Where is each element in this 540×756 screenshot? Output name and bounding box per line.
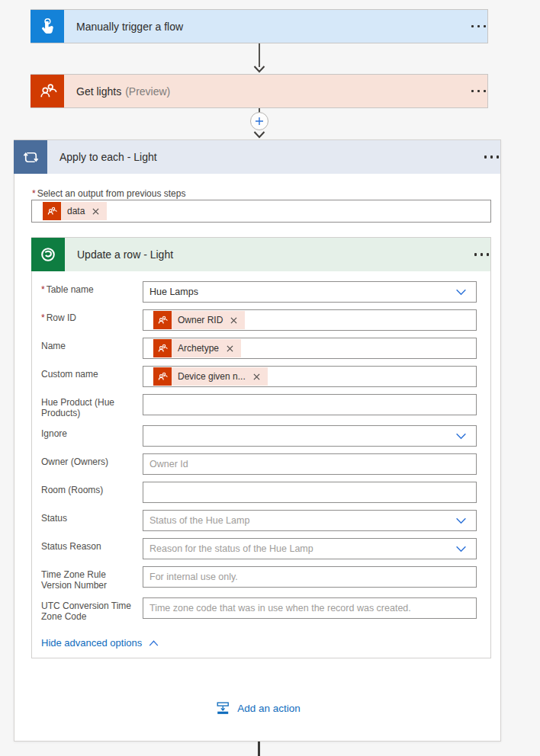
update-row-card: Update a row - Light *Table nameHue Lamp… (31, 237, 491, 658)
form-row: StatusStatus of the Hue Lamp (41, 510, 477, 531)
field-label: Hue Product (Hue Products) (41, 394, 143, 418)
ellipsis-menu-icon[interactable] (473, 248, 479, 261)
ellipsis-menu-icon[interactable] (470, 21, 476, 33)
field-placeholder: Owner Id (149, 459, 188, 469)
field-label: UTC Conversion Time Zone Code (41, 597, 143, 622)
select-output-input[interactable]: data (31, 200, 491, 223)
token-label: data (67, 206, 85, 216)
add-action-label: Add an action (237, 703, 301, 714)
dataverse-icon (31, 238, 65, 271)
dynamic-content-token: Archetype (153, 339, 241, 357)
token-label: Owner RID (178, 315, 223, 325)
chevron-down-icon[interactable] (454, 287, 468, 297)
field-label: Status Reason (41, 538, 143, 559)
insert-step-plus-icon[interactable] (250, 112, 268, 130)
connector-people-icon (153, 339, 172, 357)
required-asterisk: * (41, 312, 45, 323)
field-label: Ignore (41, 425, 143, 447)
dynamic-content-token: data (43, 202, 107, 220)
form-row: UTC Conversion Time Zone CodeTime zone c… (41, 597, 477, 622)
form-row: Hue Product (Hue Products) (41, 394, 477, 418)
get-lights-card-title: Get lights(Preview) (76, 85, 170, 98)
connector-people-icon (43, 202, 61, 220)
chevron-down-icon[interactable] (455, 289, 467, 296)
add-action-icon (214, 700, 230, 716)
dropdown-field[interactable]: Hue Lamps (143, 281, 477, 303)
field-placeholder: For internal use only. (149, 572, 238, 582)
field-label: Room (Rooms) (41, 482, 143, 503)
form-row: Custom nameDevice given n... (41, 366, 477, 387)
select-output-label: *Select an output from previous steps (32, 188, 185, 199)
token-label: Archetype (178, 343, 219, 354)
add-action-button[interactable]: Add an action (214, 700, 301, 716)
text-field[interactable]: Time zone code that was in use when the … (143, 597, 477, 619)
form-row: Ignore (41, 425, 477, 447)
trigger-card[interactable]: Manually trigger a flow (31, 9, 488, 43)
connector-people-icon (153, 367, 172, 386)
field-label: Custom name (41, 366, 143, 387)
apply-to-each-loop-icon (14, 140, 47, 174)
field-label: Owner (Owners) (41, 453, 143, 475)
text-field[interactable]: Owner Id (143, 453, 477, 475)
field-placeholder: Reason for the status of the Hue Lamp (149, 543, 313, 554)
dropdown-field[interactable]: Status of the Hue Lamp (143, 510, 477, 531)
field-value: Hue Lamps (149, 287, 198, 297)
field-label: *Row ID (41, 309, 143, 331)
text-field[interactable] (143, 482, 477, 503)
field-label: Status (41, 510, 143, 531)
remove-token-icon[interactable] (91, 207, 101, 216)
trigger-card-title: Manually trigger a flow (76, 21, 183, 33)
arrow-down-icon (253, 131, 265, 139)
token-field[interactable]: Owner RID (143, 309, 477, 331)
apply-to-each-header[interactable]: Apply to each - Light (14, 140, 500, 174)
chevron-down-icon[interactable] (455, 433, 467, 440)
hide-advanced-label: Hide advanced options (41, 637, 142, 649)
form-row: Owner (Owners)Owner Id (41, 453, 477, 475)
chevron-down-icon[interactable] (454, 431, 468, 441)
chevron-down-icon[interactable] (454, 544, 468, 554)
remove-token-icon[interactable] (229, 316, 239, 325)
token-field[interactable]: Device given n... (143, 366, 477, 387)
dropdown-field[interactable]: Reason for the status of the Hue Lamp (143, 538, 477, 559)
flow-designer-canvas: Manually trigger a flow Get lights(Previ… (0, 0, 540, 756)
apply-to-each-title: Apply to each - Light (59, 151, 157, 163)
field-label: *Table name (41, 281, 143, 303)
ellipsis-menu-icon[interactable] (483, 151, 489, 163)
field-label: Time Zone Rule Version Number (41, 566, 143, 591)
update-row-form: *Table nameHue Lamps*Row IDOwner RIDName… (32, 271, 490, 649)
token-field[interactable]: Archetype (143, 338, 477, 359)
connector-people-icon (31, 75, 64, 107)
connector-line (259, 43, 260, 67)
field-placeholder: Time zone code that was in use when the … (149, 603, 411, 613)
connector-line (258, 742, 260, 756)
required-asterisk: * (32, 188, 36, 199)
preview-badge: (Preview) (125, 85, 170, 98)
text-field[interactable]: For internal use only. (143, 566, 477, 588)
get-lights-title-text: Get lights (76, 85, 121, 98)
hide-advanced-options-link[interactable]: Hide advanced options (41, 637, 159, 649)
ellipsis-menu-icon[interactable] (470, 85, 476, 98)
remove-token-icon[interactable] (225, 344, 235, 354)
form-row: NameArchetype (41, 338, 477, 359)
chevron-down-icon[interactable] (455, 517, 467, 524)
chevron-down-icon[interactable] (454, 516, 468, 526)
dynamic-content-token: Device given n... (153, 367, 268, 386)
form-row: Room (Rooms) (41, 482, 477, 503)
arrow-down-icon (253, 66, 265, 73)
get-lights-card[interactable]: Get lights(Preview) (31, 74, 488, 108)
form-row: Time Zone Rule Version NumberFor interna… (41, 566, 477, 591)
text-field[interactable] (143, 394, 477, 415)
field-placeholder: Status of the Hue Lamp (149, 515, 249, 526)
dynamic-content-token: Owner RID (153, 311, 245, 329)
required-asterisk: * (41, 284, 45, 295)
chevron-down-icon[interactable] (455, 546, 467, 553)
update-row-header[interactable]: Update a row - Light (32, 238, 490, 271)
apply-to-each-scope: Apply to each - Light *Select an output … (14, 139, 501, 742)
token-label: Device given n... (178, 371, 246, 382)
dropdown-field[interactable] (143, 425, 477, 447)
update-row-title: Update a row - Light (77, 248, 173, 261)
form-rows-container: *Table nameHue Lamps*Row IDOwner RIDName… (41, 281, 477, 622)
field-label: Name (41, 338, 143, 359)
remove-token-icon[interactable] (252, 372, 262, 382)
chevron-up-icon (149, 640, 159, 646)
